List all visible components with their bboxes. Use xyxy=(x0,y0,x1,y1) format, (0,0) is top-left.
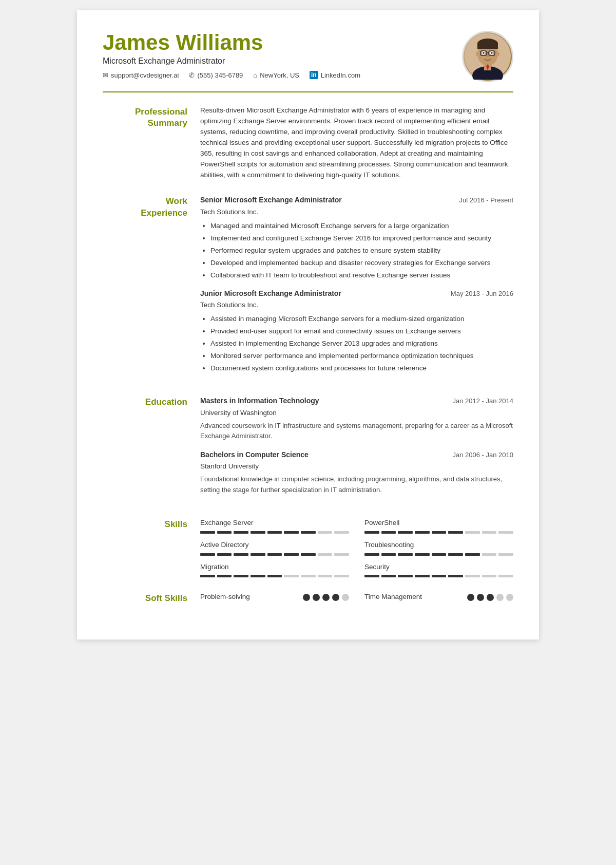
professional-summary-label: ProfessionalSummary xyxy=(103,105,200,180)
linkedin-value: LinkedIn.com xyxy=(321,71,360,79)
skill-seg xyxy=(200,575,215,577)
bullet-item: Monitored server performance and impleme… xyxy=(210,351,513,362)
skill-seg xyxy=(234,553,248,556)
bullet-item: Assisted in implementing Exchange Server… xyxy=(210,339,513,349)
dot xyxy=(487,594,494,601)
skills-section: Skills Exchange Server xyxy=(103,518,513,578)
phone-icon: ✆ xyxy=(189,71,195,79)
skill-exchange-server: Exchange Server xyxy=(200,518,349,534)
soft-skills-section: Soft Skills Problem-solving Time Managem… xyxy=(103,592,513,604)
skill-seg xyxy=(251,531,265,534)
dot xyxy=(332,594,339,601)
dot xyxy=(496,594,504,601)
skill-seg xyxy=(498,575,513,577)
job-title-1: Senior Microsoft Exchange Administrator xyxy=(200,195,342,206)
bullet-item: Performed regular system upgrades and pa… xyxy=(210,246,513,256)
skill-seg xyxy=(448,553,463,556)
skill-seg xyxy=(398,575,413,577)
header: James Williams Microsoft Exchange Admini… xyxy=(103,31,513,82)
edu-date-2: Jan 2006 - Jan 2010 xyxy=(452,450,513,460)
location-icon: ⌂ xyxy=(253,71,257,79)
skill-seg xyxy=(234,531,248,534)
summary-text: Results-driven Microsoft Exchange Admini… xyxy=(200,105,513,180)
location-value: NewYork, US xyxy=(260,71,299,79)
skill-name: Exchange Server xyxy=(200,518,349,529)
soft-skills-label: Soft Skills xyxy=(103,592,200,604)
skill-powershell: PowerShell xyxy=(364,518,513,534)
svg-point-9 xyxy=(491,52,493,54)
skill-bar xyxy=(364,531,513,534)
skill-seg xyxy=(251,575,265,577)
skill-seg xyxy=(301,553,316,556)
skill-seg xyxy=(381,531,396,534)
job-item-2: Junior Microsoft Exchange Administrator … xyxy=(200,288,513,374)
header-divider xyxy=(103,91,513,92)
skill-name: PowerShell xyxy=(364,518,513,529)
skills-content: Exchange Server PowerShe xyxy=(200,518,513,578)
work-experience-content: Senior Microsoft Exchange Administrator … xyxy=(200,195,513,381)
bullet-item: Provided end-user support for email and … xyxy=(210,326,513,337)
header-left: James Williams Microsoft Exchange Admini… xyxy=(103,31,462,79)
candidate-title: Microsoft Exchange Administrator xyxy=(103,57,462,66)
job-date-1: Jul 2016 - Present xyxy=(459,195,513,205)
skill-seg xyxy=(234,575,248,577)
dot xyxy=(467,594,474,601)
linkedin-contact: in LinkedIn.com xyxy=(310,71,360,79)
skill-seg xyxy=(318,575,333,577)
phone-value: (555) 345-6789 xyxy=(197,71,243,79)
resume-container: James Williams Microsoft Exchange Admini… xyxy=(77,10,539,640)
svg-point-15 xyxy=(496,52,499,56)
skill-seg xyxy=(284,575,299,577)
education-item-1: Masters in Information Technology Jan 20… xyxy=(200,396,513,441)
bullet-item: Managed and maintained Microsoft Exchang… xyxy=(210,221,513,232)
dot xyxy=(313,594,320,601)
skill-dots xyxy=(303,594,349,601)
email-contact: ✉ support@cvdesigner.ai xyxy=(103,71,179,79)
skill-seg xyxy=(217,575,232,577)
bullet-item: Developed and implemented backup and dis… xyxy=(210,258,513,269)
bullet-item: Collaborated with IT team to troubleshoo… xyxy=(210,270,513,281)
location-contact: ⌂ NewYork, US xyxy=(253,71,299,79)
skill-migration: Migration xyxy=(200,562,349,578)
skill-seg xyxy=(415,553,430,556)
professional-summary-section: ProfessionalSummary Results-driven Micro… xyxy=(103,105,513,180)
skill-seg xyxy=(498,553,513,556)
skill-seg xyxy=(465,575,480,577)
edu-desc-2: Foundational knowledge in computer scien… xyxy=(200,474,513,495)
linkedin-icon: in xyxy=(310,71,318,79)
skill-seg xyxy=(364,575,379,577)
svg-point-14 xyxy=(476,52,479,56)
skill-seg xyxy=(482,575,497,577)
skill-name: Troubleshooting xyxy=(364,540,513,551)
soft-skill-time-management: Time Management xyxy=(364,592,513,603)
soft-skill-name: Time Management xyxy=(364,592,422,603)
skill-seg xyxy=(364,531,379,534)
soft-skill-name: Problem-solving xyxy=(200,592,250,603)
skill-bar xyxy=(200,553,349,556)
skills-grid: Exchange Server PowerShe xyxy=(200,518,513,578)
edu-date-1: Jan 2012 - Jan 2014 xyxy=(452,396,513,406)
education-label: Education xyxy=(103,396,200,503)
job-company-2: Tech Solutions Inc. xyxy=(200,300,513,311)
skill-seg xyxy=(251,553,265,556)
skill-seg xyxy=(448,531,463,534)
skill-seg xyxy=(200,531,215,534)
skill-seg xyxy=(465,531,480,534)
skill-seg xyxy=(318,553,333,556)
skill-name: Security xyxy=(364,562,513,573)
work-experience-section: WorkExperience Senior Microsoft Exchange… xyxy=(103,195,513,381)
professional-summary-content: Results-driven Microsoft Exchange Admini… xyxy=(200,105,513,180)
skill-dots xyxy=(467,594,513,601)
dot xyxy=(477,594,484,601)
edu-degree-1: Masters in Information Technology xyxy=(200,396,319,407)
job-item-1: Senior Microsoft Exchange Administrator … xyxy=(200,195,513,280)
skill-seg xyxy=(334,575,349,577)
bullet-item: Implemented and configured Exchange Serv… xyxy=(210,233,513,244)
skill-seg xyxy=(334,553,349,556)
edu-degree-2: Bachelors in Computer Science xyxy=(200,449,309,461)
svg-point-13 xyxy=(487,55,489,58)
skill-active-directory: Active Directory xyxy=(200,540,349,556)
skill-seg xyxy=(301,575,316,577)
education-item-2: Bachelors in Computer Science Jan 2006 -… xyxy=(200,449,513,495)
skill-bar xyxy=(200,575,349,577)
